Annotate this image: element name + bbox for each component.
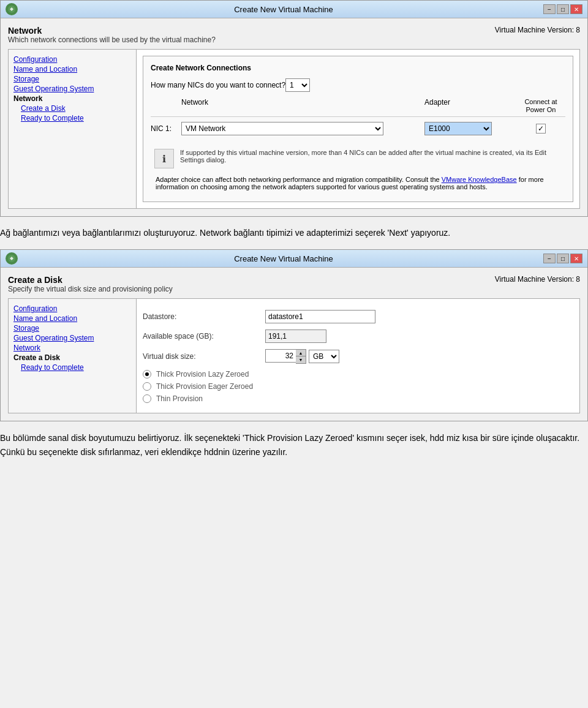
nic1-label: NIC 1: — [151, 124, 181, 133]
disk-form: Datastore: Available space (GB): Virtual… — [143, 310, 573, 403]
content-panel2: Datastore: Available space (GB): Virtual… — [137, 298, 580, 413]
sidebar-item-guest-os[interactable]: Guest Operating System — [13, 84, 131, 94]
sidebar1: Configuration Name and Location Storage … — [8, 49, 137, 209]
sidebar-item-ready[interactable]: Ready to Complete — [13, 113, 131, 123]
window1: Create New Virtual Machine − □ ✕ Virtual… — [0, 0, 588, 217]
sidebar-item-name-location[interactable]: Name and Location — [13, 64, 131, 74]
info-box1: ℹ If supported by this virtual machine v… — [151, 145, 565, 172]
available-label: Available space (GB): — [143, 332, 265, 341]
vdisk-input[interactable] — [265, 349, 296, 363]
info-icon: ℹ — [154, 149, 174, 168]
section-header1: Virtual Machine Version: 8 Network Which… — [8, 26, 580, 44]
close-button2[interactable]: ✕ — [570, 254, 582, 263]
minimize-button2[interactable]: − — [543, 254, 556, 263]
vdisk-label: Virtual disk size: — [143, 352, 265, 361]
spinner-up-button[interactable]: ▲ — [296, 350, 306, 356]
minimize-button[interactable]: − — [543, 4, 556, 14]
sidebar-item-configuration[interactable]: Configuration — [13, 55, 131, 64]
close-button[interactable]: ✕ — [570, 4, 582, 14]
nic-table-header: Network Adapter Connect at Power On — [151, 98, 565, 117]
sidebar2-item-name-location[interactable]: Name and Location — [13, 314, 131, 323]
version-label1: Virtual Machine Version: 8 — [495, 26, 580, 34]
vdisk-spinner: ▲ ▼ — [265, 349, 306, 364]
section-subtitle2: Specify the virtual disk size and provis… — [8, 285, 580, 293]
version-label2: Virtual Machine Version: 8 — [495, 275, 580, 284]
radio-row-1: Thick Provision Lazy Zeroed — [143, 370, 573, 378]
info-text: If supported by this virtual machine ver… — [180, 149, 562, 168]
main-layout2: Configuration Name and Location Storage … — [8, 298, 580, 413]
connect-checkbox-cell — [516, 124, 565, 134]
window2-content: Virtual Machine Version: 8 Create a Disk… — [1, 268, 587, 421]
panel-title1: Create Network Connections — [151, 64, 565, 72]
nics-row: How many NICs do you want to connect? 1 … — [151, 78, 565, 92]
adapter-select[interactable]: E1000 VMXNET3 — [424, 122, 492, 135]
titlebar1: Create New Virtual Machine − □ ✕ — [1, 1, 587, 18]
vm-icon — [6, 3, 18, 15]
connect-checkbox[interactable] — [536, 124, 546, 134]
separator-paragraph: Ağ bağlantımızı veya bağlantılarımızı ol… — [0, 227, 588, 239]
info-text1: If supported by this virtual machine ver… — [180, 149, 562, 164]
radio-thin[interactable] — [143, 394, 151, 403]
sidebar-item-storage[interactable]: Storage — [13, 74, 131, 84]
datastore-input[interactable] — [265, 310, 375, 323]
window2-controls: − □ ✕ — [543, 254, 582, 263]
content-panel1: Create Network Connections How many NICs… — [137, 49, 580, 209]
bottom-text-block: Bu bölümde sanal disk boyutumuzu belirti… — [0, 421, 588, 459]
sidebar2-item-network[interactable]: Network — [13, 343, 131, 353]
available-input — [265, 330, 326, 343]
spinner-buttons: ▲ ▼ — [296, 349, 306, 364]
radio-thick-lazy[interactable] — [143, 370, 151, 378]
main-layout1: Configuration Name and Location Storage … — [8, 49, 580, 209]
available-row: Available space (GB): — [143, 330, 573, 343]
window1-title: Create New Virtual Machine — [24, 5, 543, 14]
window2-title: Create New Virtual Machine — [24, 254, 543, 263]
window1-controls: − □ ✕ — [543, 4, 582, 14]
radio-row-3: Thin Provision — [143, 394, 573, 403]
section-subtitle1: Which network connections will be used b… — [8, 36, 580, 44]
datastore-row: Datastore: — [143, 310, 573, 323]
sidebar2: Configuration Name and Location Storage … — [8, 298, 137, 413]
sidebar2-item-storage[interactable]: Storage — [13, 323, 131, 333]
network-dropdown-group: VM Network — [181, 122, 420, 135]
col-adapter-label: Adapter — [424, 98, 516, 114]
spinner-down-button[interactable]: ▼ — [296, 356, 306, 363]
network-select[interactable]: VM Network — [181, 122, 383, 135]
radio-row-2: Thick Provision Eager Zeroed — [143, 382, 573, 391]
radio-thick-lazy-label: Thick Provision Lazy Zeroed — [156, 370, 249, 378]
bottom-text-1: Bu bölümde sanal disk boyutumuzu belirti… — [0, 431, 588, 459]
sidebar2-item-create-disk: Create a Disk — [13, 353, 131, 363]
datastore-label: Datastore: — [143, 312, 265, 321]
adapter-dropdown-group: E1000 VMXNET3 — [424, 122, 516, 135]
maximize-button2[interactable]: □ — [557, 254, 569, 263]
col-nic-label — [151, 98, 181, 114]
network-panel: Create Network Connections How many NICs… — [143, 56, 573, 202]
window2: Create New Virtual Machine − □ ✕ Virtual… — [0, 249, 588, 421]
titlebar2: Create New Virtual Machine − □ ✕ — [1, 250, 587, 268]
radio-thick-eager-label: Thick Provision Eager Zeroed — [156, 382, 253, 391]
sidebar2-item-configuration[interactable]: Configuration — [13, 304, 131, 314]
sidebar-item-network: Network — [13, 94, 131, 104]
radio-group: Thick Provision Lazy Zeroed Thick Provis… — [143, 370, 573, 403]
sidebar2-item-ready[interactable]: Ready to Complete — [13, 363, 131, 372]
window1-content: Virtual Machine Version: 8 Network Which… — [1, 18, 587, 216]
sidebar-item-create-disk[interactable]: Create a Disk — [13, 104, 131, 113]
vmware-link[interactable]: VMware KnowledgeBase — [442, 176, 517, 183]
sidebar2-item-guest-os[interactable]: Guest Operating System — [13, 333, 131, 343]
section-header2: Virtual Machine Version: 8 Create a Disk… — [8, 275, 580, 293]
info-text2-block: Adapter choice can affect both networkin… — [151, 172, 565, 194]
nics-label: How many NICs do you want to connect? — [151, 81, 285, 89]
col-network-label: Network — [181, 98, 424, 114]
radio-thick-eager[interactable] — [143, 382, 151, 391]
info-text2-pre: Adapter choice can affect both networkin… — [156, 176, 442, 183]
col-connect-label: Connect at Power On — [516, 98, 565, 114]
vm-icon2 — [6, 252, 18, 265]
nics-dropdown-group: 1 2 3 4 — [285, 78, 310, 92]
radio-thin-label: Thin Provision — [156, 394, 203, 403]
nic1-row: NIC 1: VM Network E1000 VMXNET3 — [151, 122, 565, 135]
nic-table: Network Adapter Connect at Power On NIC … — [151, 98, 565, 135]
vdisk-unit-select[interactable]: GB MB — [309, 350, 339, 363]
maximize-button[interactable]: □ — [557, 4, 569, 14]
vdisk-row: Virtual disk size: ▲ ▼ GB MB — [143, 349, 573, 364]
nics-select[interactable]: 1 2 3 4 — [285, 78, 310, 92]
separator-text: Ağ bağlantımızı veya bağlantılarımızı ol… — [0, 217, 588, 249]
